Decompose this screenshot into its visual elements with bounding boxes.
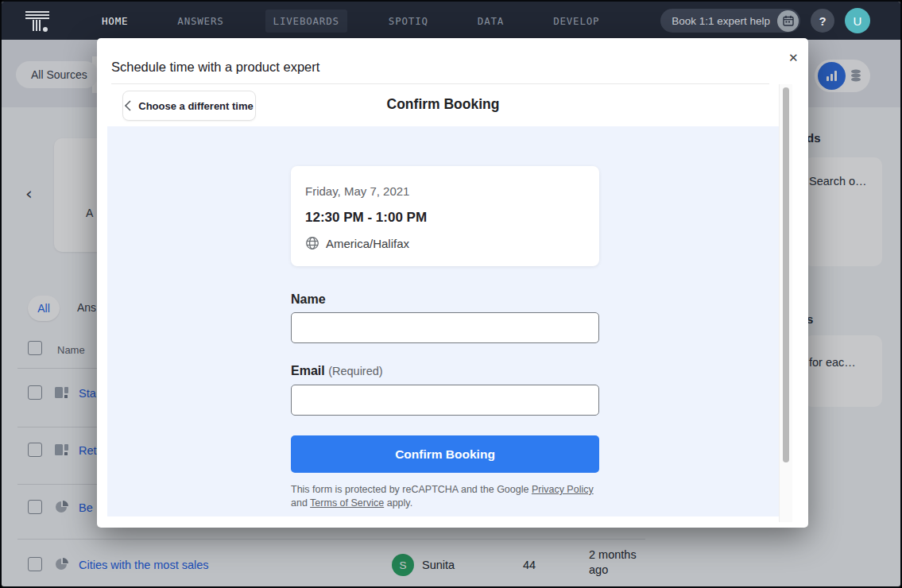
confirm-booking-button[interactable]: Confirm Booking bbox=[291, 435, 599, 473]
booking-timezone-row: America/Halifax bbox=[305, 236, 409, 250]
modal-scrollbar[interactable] bbox=[779, 84, 792, 522]
recaptcha-text: apply. bbox=[384, 497, 412, 509]
calendar-icon bbox=[777, 10, 799, 32]
nav-item-data[interactable]: DATA bbox=[470, 10, 512, 33]
recaptcha-text: and bbox=[291, 497, 310, 509]
recaptcha-notice: This form is protected by reCAPTCHA and … bbox=[291, 483, 602, 510]
email-label-text: Email bbox=[291, 364, 325, 377]
privacy-policy-link[interactable]: Privacy Policy bbox=[532, 484, 594, 495]
help-icon: ? bbox=[819, 14, 826, 28]
user-avatar[interactable]: U bbox=[845, 8, 870, 33]
app-window: All Sources ‹ A All Ans bbox=[0, 0, 902, 588]
divider bbox=[111, 83, 769, 84]
nav-item-develop[interactable]: DEVELOP bbox=[545, 10, 607, 33]
email-required-note: (Required) bbox=[328, 365, 383, 377]
schedule-expert-modal: Schedule time with a product expert ✕ Ch… bbox=[97, 38, 808, 528]
terms-of-service-link[interactable]: Terms of Service bbox=[310, 497, 384, 509]
nav-item-spotiq[interactable]: SPOTIQ bbox=[381, 10, 436, 33]
nav-items: HOME ANSWERS LIVEBOARDS SPOTIQ DATA DEVE… bbox=[94, 10, 607, 33]
help-button[interactable]: ? bbox=[811, 9, 834, 33]
name-label: Name bbox=[291, 292, 326, 307]
email-label: Email (Required) bbox=[291, 364, 383, 378]
nav-item-answers[interactable]: ANSWERS bbox=[169, 10, 231, 33]
nav-right-cluster: Book 1:1 expert help ? U bbox=[660, 2, 900, 40]
book-expert-button[interactable]: Book 1:1 expert help bbox=[660, 9, 800, 33]
confirm-booking-heading: Confirm Booking bbox=[107, 96, 779, 113]
booking-date: Friday, May 7, 2021 bbox=[305, 184, 409, 198]
thoughtspot-logo bbox=[22, 9, 54, 34]
email-field[interactable] bbox=[291, 385, 599, 416]
scrollbar-thumb[interactable] bbox=[783, 87, 789, 462]
nav-item-home[interactable]: HOME bbox=[94, 10, 136, 33]
close-icon[interactable]: ✕ bbox=[785, 48, 802, 68]
modal-title: Schedule time with a product expert bbox=[111, 60, 319, 75]
booking-timezone: America/Halifax bbox=[326, 237, 409, 250]
name-field[interactable] bbox=[291, 312, 599, 343]
booking-time: 12:30 PM - 1:00 PM bbox=[305, 210, 427, 226]
book-expert-label: Book 1:1 expert help bbox=[672, 15, 770, 27]
recaptcha-text: This form is protected by reCAPTCHA and … bbox=[291, 484, 532, 495]
nav-item-liveboards[interactable]: LIVEBOARDS bbox=[265, 10, 347, 33]
top-nav: HOME ANSWERS LIVEBOARDS SPOTIQ DATA DEVE… bbox=[2, 2, 900, 40]
globe-icon bbox=[305, 236, 319, 250]
user-avatar-initial: U bbox=[854, 14, 862, 28]
booking-summary-card: Friday, May 7, 2021 12:30 PM - 1:00 PM A… bbox=[291, 166, 599, 266]
